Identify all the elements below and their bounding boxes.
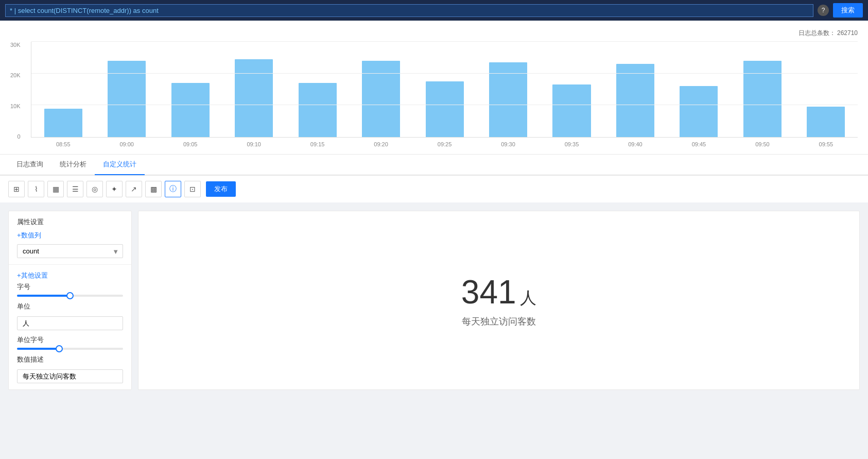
bar — [552, 84, 591, 137]
bar — [362, 61, 400, 137]
bar-group: 09:55 — [794, 42, 858, 137]
y-label-0: 0 — [17, 133, 20, 140]
y-axis: 30K 20K 10K 0 — [10, 42, 24, 140]
count-select-wrapper: count ▼ — [17, 244, 123, 258]
other-settings-link[interactable]: +其他设置 — [17, 271, 123, 280]
preview-content: 341 人 每天独立访问客数 — [461, 273, 536, 328]
bar — [616, 64, 654, 137]
preview-number: 341 — [461, 274, 516, 311]
desc-label: 数值描述 — [17, 355, 123, 364]
tabs-nav: 日志查询 统计分析 自定义统计 — [0, 155, 868, 175]
list-tool-btn[interactable]: ☰ — [67, 181, 83, 197]
bar-time-label: 09:40 — [628, 141, 643, 147]
heatmap-tool-btn[interactable]: ▩ — [145, 181, 162, 197]
unit-label: 单位 — [17, 302, 123, 311]
chart-container: 日志总条数： 262710 30K 20K 10K 0 08:5509:0009… — [0, 21, 868, 155]
bar-time-label: 09:25 — [438, 141, 452, 147]
total-label: 日志总条数： — [798, 29, 836, 37]
slider-track-unit — [17, 348, 123, 350]
slider-thumb-font[interactable] — [66, 292, 74, 299]
unit-input[interactable] — [17, 316, 123, 330]
bar-time-label: 09:35 — [565, 141, 579, 147]
right-panel: 341 人 每天独立访问客数 — [138, 211, 860, 390]
bar-group: 09:00 — [95, 42, 158, 137]
query-input[interactable] — [5, 4, 813, 17]
bar-time-label: 09:05 — [183, 141, 198, 147]
y-label-30k: 30K — [10, 42, 21, 48]
bar-group: 09:10 — [222, 42, 285, 137]
bar-group: 09:05 — [159, 42, 222, 137]
attributes-title: 属性设置 — [17, 217, 123, 227]
attributes-section: 属性设置 +数值列 count ▼ — [9, 211, 131, 264]
help-button[interactable]: ? — [818, 5, 829, 16]
line-tool-btn[interactable]: ⌇ — [28, 181, 44, 197]
search-submit-button[interactable]: 搜索 — [833, 3, 863, 18]
desc-input[interactable] — [17, 369, 123, 383]
unit-font-size-slider[interactable] — [17, 348, 123, 350]
bar-time-label: 08:55 — [56, 141, 71, 147]
search-bar: ? 发布 搜索 — [0, 0, 868, 21]
bar — [44, 109, 82, 138]
tab-custom-stats[interactable]: 自定义统计 — [95, 155, 145, 175]
bar-time-label: 09:00 — [119, 141, 134, 147]
bar-time-label: 09:10 — [247, 141, 261, 147]
tabs-section: 日志查询 统计分析 自定义统计 — [0, 155, 868, 176]
font-size-slider[interactable] — [17, 295, 123, 297]
gauge-tool-btn[interactable]: ⊡ — [184, 181, 201, 197]
bar — [489, 62, 527, 137]
count-select[interactable]: count — [17, 244, 123, 258]
bar — [743, 61, 782, 137]
bar-group: 09:30 — [476, 42, 540, 137]
bar — [235, 59, 273, 137]
bar-tool-btn[interactable]: ▦ — [47, 181, 64, 197]
number-tool-btn[interactable]: ⓘ — [165, 181, 181, 197]
font-size-label: 字号 — [17, 282, 123, 292]
table-tool-btn[interactable]: ⊞ — [8, 181, 25, 197]
bar-time-label: 09:55 — [819, 141, 834, 147]
bar-group: 09:40 — [603, 42, 667, 137]
preview-number-line: 341 人 — [461, 273, 536, 311]
total-value: 262710 — [837, 29, 858, 37]
bar — [299, 83, 337, 137]
bar-time-label: 09:45 — [692, 141, 706, 147]
scatter-tool-btn[interactable]: ✦ — [106, 181, 123, 197]
bars-wrapper: 08:5509:0009:0509:1009:1509:2009:2509:30… — [31, 42, 858, 138]
bar-group: 09:50 — [731, 42, 794, 137]
toolbar: ⊞ ⌇ ▦ ☰ ◎ ✦ ↗ ▩ ⓘ ⊡ 发布 — [0, 176, 868, 202]
bar-group: 09:20 — [349, 42, 412, 137]
bar — [171, 83, 210, 137]
y-label-20k: 20K — [10, 72, 21, 78]
chart-area: 30K 20K 10K 0 08:5509:0009:0509:1009:150… — [10, 42, 858, 150]
bar-time-label: 09:15 — [310, 141, 325, 147]
add-num-col-link[interactable]: +数值列 — [17, 231, 123, 240]
y-label-10k: 10K — [10, 103, 21, 109]
bar-time-label: 09:50 — [755, 141, 770, 147]
bar-group: 08:55 — [31, 42, 95, 137]
bar — [426, 81, 464, 137]
bar-time-label: 09:20 — [374, 141, 388, 147]
bar — [807, 107, 845, 137]
pie-tool-btn[interactable]: ◎ — [86, 181, 103, 197]
slider-fill-font — [17, 295, 70, 297]
chart-header: 日志总条数： 262710 — [10, 29, 858, 38]
area-tool-btn[interactable]: ↗ — [126, 181, 142, 197]
bar-time-label: 09:30 — [501, 141, 515, 147]
unit-font-size-label: 单位字号 — [17, 335, 123, 345]
other-settings-section: +其他设置 字号 单位 单位字号 数值描述 — [9, 265, 131, 389]
bar-group: 09:35 — [540, 42, 603, 137]
publish-button[interactable]: 发布 — [206, 181, 236, 197]
slider-fill-unit — [17, 348, 59, 350]
bar-group: 09:15 — [286, 42, 349, 137]
preview-unit: 人 — [520, 288, 536, 307]
main-content: 属性设置 +数值列 count ▼ +其他设置 字号 单位 单位字号 — [0, 202, 868, 398]
tab-stats-analysis[interactable]: 统计分析 — [51, 155, 95, 175]
tab-log-query[interactable]: 日志查询 — [8, 155, 51, 175]
slider-thumb-unit[interactable] — [56, 345, 63, 352]
bar-group: 09:45 — [667, 42, 731, 137]
bar-group: 09:25 — [413, 42, 476, 137]
slider-track-font — [17, 295, 123, 297]
left-panel: 属性设置 +数值列 count ▼ +其他设置 字号 单位 单位字号 — [8, 211, 132, 390]
bar — [108, 61, 146, 137]
bar — [680, 86, 718, 137]
preview-description: 每天独立访问客数 — [461, 315, 536, 328]
